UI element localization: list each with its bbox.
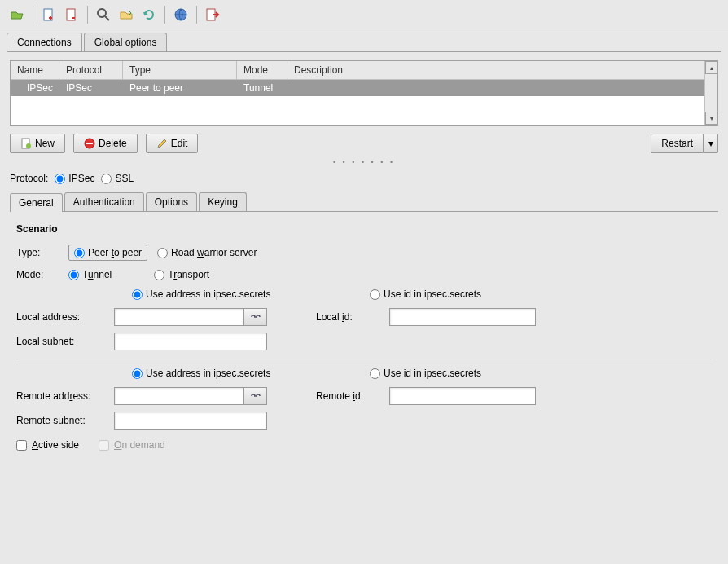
radio-mode-tunnel[interactable]: Tunnel [68, 269, 112, 280]
separator [87, 6, 88, 24]
local-secrets-row: Use address in ipsec.secrets Use id in i… [16, 289, 712, 300]
remote-subnet-label: Remote subnet: [16, 415, 106, 426]
protocol-row: Protocol: IPSec SSL [10, 173, 718, 184]
folder-out-icon[interactable] [116, 4, 137, 25]
tab-global-options[interactable]: Global options [84, 33, 168, 51]
cell-name: IPSec [11, 80, 59, 96]
refresh-icon[interactable] [138, 4, 160, 25]
remote-address-label: Remote address: [16, 390, 106, 402]
new-button[interactable]: New [10, 134, 65, 153]
scrollbar[interactable]: ▴ ▾ [704, 61, 717, 125]
remote-secrets-row: Use address in ipsec.secrets Use id in i… [16, 368, 712, 379]
restart-dropdown-icon[interactable]: ▾ [704, 134, 718, 153]
svg-line-3 [105, 16, 109, 20]
cell-mode: Tunnel [237, 80, 287, 96]
checkbox-on-demand: On demand [99, 439, 165, 451]
globe-icon[interactable] [170, 4, 191, 25]
open-icon[interactable] [7, 4, 28, 25]
local-id-input[interactable] [389, 308, 536, 326]
splitter-handle[interactable]: • • • • • • • [10, 158, 718, 166]
svg-rect-9 [86, 143, 93, 144]
separator [164, 6, 165, 24]
delete-icon [84, 138, 95, 149]
radio-protocol-ipsec[interactable]: IPSec [55, 173, 94, 184]
divider [16, 359, 712, 359]
general-panel: Scenario Type: Peer to peer Road warrior… [10, 212, 718, 462]
action-button-row: New Delete Edit Restart ▾ [10, 134, 718, 153]
svg-point-2 [98, 9, 106, 17]
table-row[interactable]: IPSec IPSec Peer to peer Tunnel [11, 80, 717, 96]
zoom-icon[interactable] [93, 4, 114, 25]
table-header: Name Protocol Type Mode Description [11, 61, 717, 80]
tab-connections[interactable]: Connections [7, 33, 82, 51]
scroll-up-icon[interactable]: ▴ [705, 61, 717, 74]
local-address-row: Local address: Local id: [16, 308, 712, 326]
delete-button[interactable]: Delete [73, 134, 138, 153]
radio-mode-transport[interactable]: Transport [154, 269, 209, 280]
exit-icon[interactable] [202, 4, 223, 25]
tab-options[interactable]: Options [146, 192, 197, 211]
radio-local-use-id[interactable]: Use id in ipsec.secrets [370, 289, 481, 300]
cell-type: Peer to peer [123, 80, 237, 96]
remote-id-label: Remote id: [316, 390, 381, 402]
delete-label: Delete [99, 138, 127, 149]
local-address-link-icon[interactable] [244, 308, 267, 326]
restart-label: Restart [661, 138, 693, 149]
remove-connection-icon[interactable] [61, 4, 82, 25]
local-subnet-input[interactable] [114, 333, 267, 350]
col-description[interactable]: Description [287, 61, 717, 79]
col-name[interactable]: Name [11, 61, 59, 79]
mode-row: Mode: Tunnel Transport [16, 269, 712, 280]
restart-button-group: Restart ▾ [651, 134, 718, 153]
svg-point-7 [26, 143, 31, 148]
local-address-label: Local address: [16, 311, 106, 323]
radio-protocol-ssl[interactable]: SSL [101, 173, 134, 184]
local-address-input[interactable] [114, 308, 244, 326]
restart-button[interactable]: Restart [651, 134, 704, 153]
cell-description [287, 80, 717, 96]
radio-type-roadwarrior[interactable]: Road warrior server [157, 247, 257, 258]
scroll-down-icon[interactable]: ▾ [705, 112, 717, 125]
radio-local-use-address[interactable]: Use address in ipsec.secrets [132, 289, 360, 300]
remote-address-group [114, 387, 267, 405]
local-subnet-label: Local subnet: [16, 336, 106, 347]
configuration-tabs: General Authentication Options Keying [10, 192, 718, 212]
content-area: Name Protocol Type Mode Description IPSe… [0, 52, 728, 470]
type-row: Type: Peer to peer Road warrior server [16, 245, 712, 261]
tab-general[interactable]: General [10, 193, 63, 212]
remote-address-input[interactable] [114, 387, 244, 405]
add-connection-icon[interactable] [38, 4, 59, 25]
col-mode[interactable]: Mode [237, 61, 287, 79]
tab-authentication[interactable]: Authentication [64, 192, 144, 211]
local-address-group [114, 308, 267, 326]
new-label: New [35, 138, 55, 149]
col-protocol[interactable]: Protocol [59, 61, 123, 79]
edit-label: Edit [171, 138, 188, 149]
main-tab-bar: Connections Global options [0, 29, 728, 51]
radio-remote-use-id[interactable]: Use id in ipsec.secrets [370, 368, 481, 379]
remote-id-input[interactable] [389, 387, 536, 405]
remote-address-row: Remote address: Remote id: [16, 387, 712, 405]
mode-label: Mode: [16, 269, 59, 280]
table-body: IPSec IPSec Peer to peer Tunnel [11, 80, 717, 96]
cell-protocol: IPSec [59, 80, 123, 96]
main-toolbar [0, 0, 728, 29]
edit-button[interactable]: Edit [146, 134, 199, 153]
protocol-label: Protocol: [10, 173, 48, 184]
local-id-label: Local id: [316, 311, 381, 323]
tab-keying[interactable]: Keying [199, 192, 247, 211]
remote-subnet-row: Remote subnet: [16, 412, 712, 430]
checkbox-row: Active side On demand [16, 439, 712, 451]
remote-subnet-input[interactable] [114, 412, 267, 430]
remote-address-link-icon[interactable] [244, 387, 267, 405]
separator [196, 6, 197, 24]
radio-type-peer[interactable]: Peer to peer [68, 245, 147, 261]
checkbox-active-side[interactable]: Active side [16, 439, 79, 451]
col-type[interactable]: Type [123, 61, 237, 79]
type-label: Type: [16, 247, 59, 258]
connections-table: Name Protocol Type Mode Description IPSe… [10, 60, 718, 126]
local-subnet-row: Local subnet: [16, 333, 712, 350]
edit-icon [156, 138, 168, 149]
radio-remote-use-address[interactable]: Use address in ipsec.secrets [132, 368, 360, 379]
new-icon [20, 138, 32, 149]
